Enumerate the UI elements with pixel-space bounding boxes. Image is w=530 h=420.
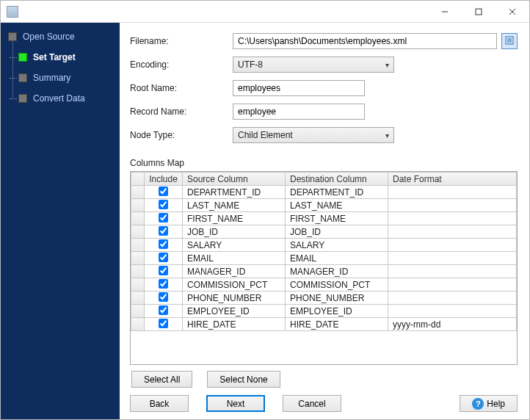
include-checkbox[interactable] [159, 319, 168, 328]
destination-column-cell[interactable]: EMAIL [286, 252, 388, 265]
include-checkbox[interactable] [159, 279, 168, 289]
include-checkbox[interactable] [159, 226, 168, 236]
row-handle[interactable] [131, 265, 145, 278]
include-cell [145, 186, 183, 199]
table-row[interactable]: DEPARTMENT_IDDEPARTMENT_ID [131, 186, 517, 199]
date-format-cell[interactable] [388, 199, 517, 212]
include-checkbox[interactable] [159, 239, 168, 249]
destination-column-cell[interactable]: LAST_NAME [286, 199, 388, 212]
table-row[interactable]: COMMISSION_PCTCOMMISSION_PCT [131, 278, 517, 292]
source-column-cell[interactable]: FIRST_NAME [183, 212, 286, 225]
date-format-cell[interactable]: yyyy-mm-dd [388, 318, 517, 331]
sidebar-step[interactable]: Open Source [1, 32, 115, 42]
destination-column-cell[interactable]: MANAGER_ID [286, 265, 388, 278]
row-handle[interactable] [131, 252, 145, 265]
row-handle[interactable] [131, 305, 145, 318]
include-cell [145, 265, 183, 278]
browse-button[interactable] [501, 33, 518, 49]
source-column-cell[interactable]: DEPARTMENT_ID [183, 186, 286, 199]
sidebar-step[interactable]: Set Target [10, 52, 115, 62]
source-column-cell[interactable]: EMAIL [183, 252, 286, 265]
cancel-button[interactable]: Cancel [283, 395, 341, 412]
close-button[interactable] [495, 1, 529, 22]
next-button[interactable]: Next [206, 395, 265, 412]
step-box-icon [18, 94, 27, 103]
encoding-select[interactable]: UTF-8 ▾ [233, 57, 394, 73]
table-row[interactable]: HIRE_DATEHIRE_DATEyyyy-mm-dd [131, 318, 517, 331]
destination-column-cell[interactable]: SALARY [286, 239, 388, 252]
filename-label: Filename: [130, 36, 233, 46]
record-name-label: Record Name: [130, 106, 233, 117]
date-format-cell[interactable] [388, 252, 517, 265]
node-type-select[interactable]: Child Element ▾ [233, 127, 394, 143]
help-button[interactable]: ? Help [460, 395, 518, 412]
date-format-cell[interactable] [388, 212, 517, 225]
row-handle[interactable] [131, 318, 145, 331]
date-format-cell[interactable] [388, 278, 517, 292]
step-label: Set Target [33, 52, 76, 62]
browse-icon [504, 35, 515, 48]
maximize-button[interactable] [462, 1, 495, 22]
row-handle[interactable] [131, 186, 145, 199]
minimize-button[interactable] [428, 1, 462, 22]
table-row[interactable]: LAST_NAMELAST_NAME [131, 199, 517, 212]
header-source[interactable]: Source Column [183, 173, 286, 186]
row-handle[interactable] [131, 225, 145, 239]
table-row[interactable]: EMPLOYEE_IDEMPLOYEE_ID [131, 305, 517, 318]
select-all-button[interactable]: Select All [131, 371, 192, 388]
table-row[interactable]: JOB_IDJOB_ID [131, 225, 517, 239]
record-name-input[interactable] [233, 104, 365, 120]
row-handle[interactable] [131, 212, 145, 225]
row-handle[interactable] [131, 239, 145, 252]
source-column-cell[interactable]: MANAGER_ID [183, 265, 286, 278]
include-checkbox[interactable] [159, 200, 168, 209]
destination-column-cell[interactable]: DEPARTMENT_ID [286, 186, 388, 199]
include-checkbox[interactable] [159, 213, 168, 222]
include-checkbox[interactable] [159, 253, 168, 262]
destination-column-cell[interactable]: COMMISSION_PCT [286, 278, 388, 292]
destination-column-cell[interactable]: EMPLOYEE_ID [286, 305, 388, 318]
date-format-cell[interactable] [388, 265, 517, 278]
row-handle[interactable] [131, 278, 145, 292]
include-checkbox[interactable] [159, 305, 168, 315]
destination-column-cell[interactable]: FIRST_NAME [286, 212, 388, 225]
table-row[interactable]: SALARYSALARY [131, 239, 517, 252]
root-name-input[interactable] [233, 80, 365, 96]
back-button[interactable]: Back [130, 395, 189, 412]
header-date-format[interactable]: Date Format [388, 173, 517, 186]
destination-column-cell[interactable]: HIRE_DATE [286, 318, 388, 331]
table-row[interactable]: PHONE_NUMBERPHONE_NUMBER [131, 292, 517, 305]
date-format-cell[interactable] [388, 186, 517, 199]
source-column-cell[interactable]: PHONE_NUMBER [183, 292, 286, 305]
row-handle[interactable] [131, 199, 145, 212]
sidebar-step[interactable]: Convert Data [10, 93, 115, 104]
table-row[interactable]: FIRST_NAMEFIRST_NAME [131, 212, 517, 225]
header-include[interactable]: Include [145, 173, 183, 186]
source-column-cell[interactable]: SALARY [183, 239, 286, 252]
sidebar-step[interactable]: Summary [10, 73, 115, 83]
include-checkbox[interactable] [159, 292, 168, 302]
destination-column-cell[interactable]: PHONE_NUMBER [286, 292, 388, 305]
table-row[interactable]: MANAGER_IDMANAGER_ID [131, 265, 517, 278]
select-none-button[interactable]: Select None [207, 371, 280, 388]
source-column-cell[interactable]: EMPLOYEE_ID [183, 305, 286, 318]
row-handle[interactable] [131, 292, 145, 305]
source-column-cell[interactable]: COMMISSION_PCT [183, 278, 286, 292]
filename-input[interactable] [233, 33, 497, 49]
source-column-cell[interactable]: LAST_NAME [183, 199, 286, 212]
source-column-cell[interactable]: JOB_ID [183, 225, 286, 239]
table-row[interactable]: EMAILEMAIL [131, 252, 517, 265]
chevron-down-icon: ▾ [385, 131, 389, 140]
include-checkbox[interactable] [159, 266, 168, 275]
date-format-cell[interactable] [388, 305, 517, 318]
date-format-cell[interactable] [388, 225, 517, 239]
help-label: Help [487, 399, 505, 409]
destination-column-cell[interactable]: JOB_ID [286, 225, 388, 239]
date-format-cell[interactable] [388, 292, 517, 305]
include-checkbox[interactable] [159, 187, 168, 196]
step-box-icon [8, 32, 17, 41]
header-destination[interactable]: Destination Column [286, 173, 388, 186]
columns-map-label: Columns Map [130, 158, 518, 168]
source-column-cell[interactable]: HIRE_DATE [183, 318, 286, 331]
date-format-cell[interactable] [388, 239, 517, 252]
